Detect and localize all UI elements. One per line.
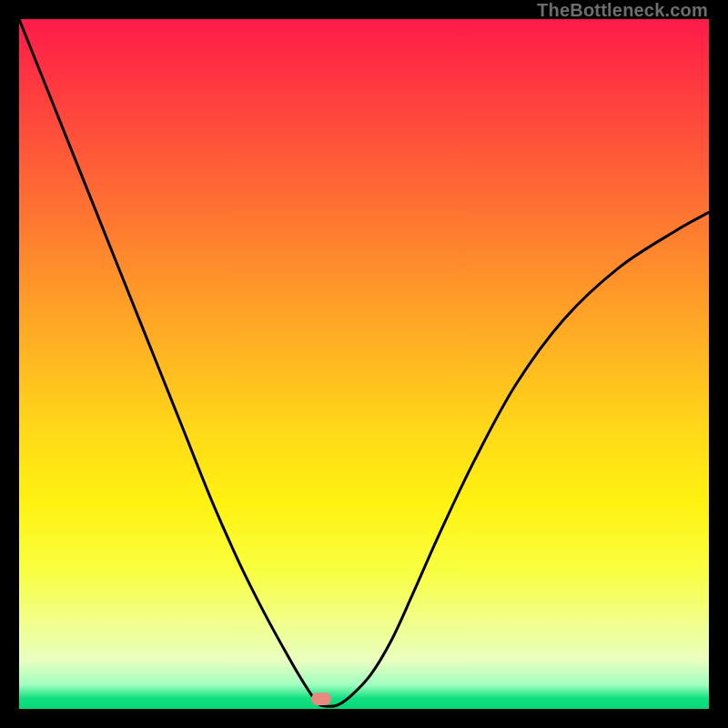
plot-area: [19, 19, 709, 709]
watermark-text: TheBottleneck.com: [537, 0, 708, 21]
optimum-marker: [311, 693, 331, 705]
bottleneck-curve: [19, 19, 709, 709]
